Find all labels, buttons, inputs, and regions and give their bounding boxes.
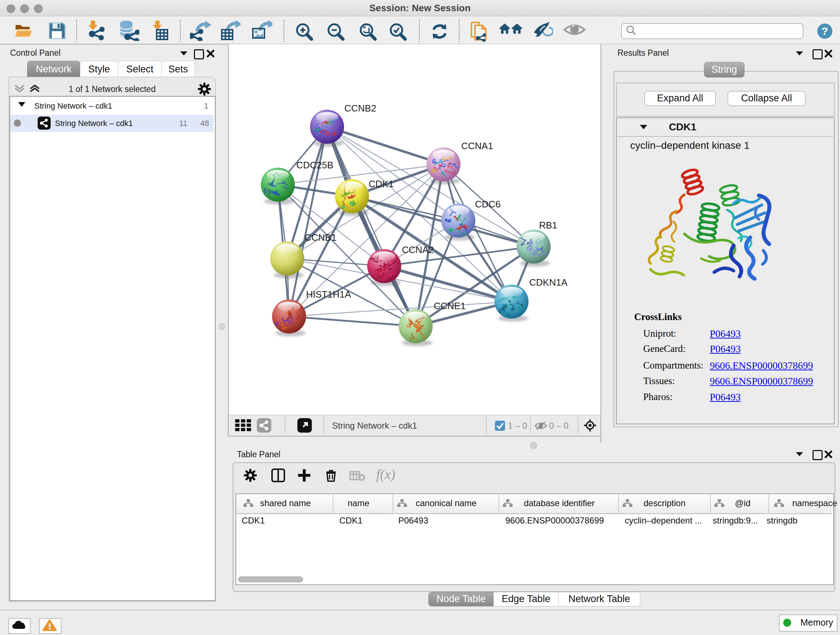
svg-text:?: ?: [821, 25, 828, 37]
svg-text:CDC6: CDC6: [475, 199, 501, 210]
svg-text:CCNB1: CCNB1: [305, 232, 336, 243]
svg-text:CCNB2: CCNB2: [344, 103, 376, 114]
svg-text:CCNE1: CCNE1: [434, 301, 466, 311]
svg-text:CCNA2: CCNA2: [402, 244, 434, 255]
svg-text:HIST1H1A: HIST1H1A: [306, 289, 351, 300]
svg-text:CCNA1: CCNA1: [461, 141, 493, 151]
svg-text:CDC25B: CDC25B: [296, 160, 333, 171]
svg-text:CDKN1A: CDKN1A: [529, 277, 568, 288]
svg-text:CDK1: CDK1: [369, 179, 393, 189]
svg-text:RB1: RB1: [539, 220, 557, 231]
